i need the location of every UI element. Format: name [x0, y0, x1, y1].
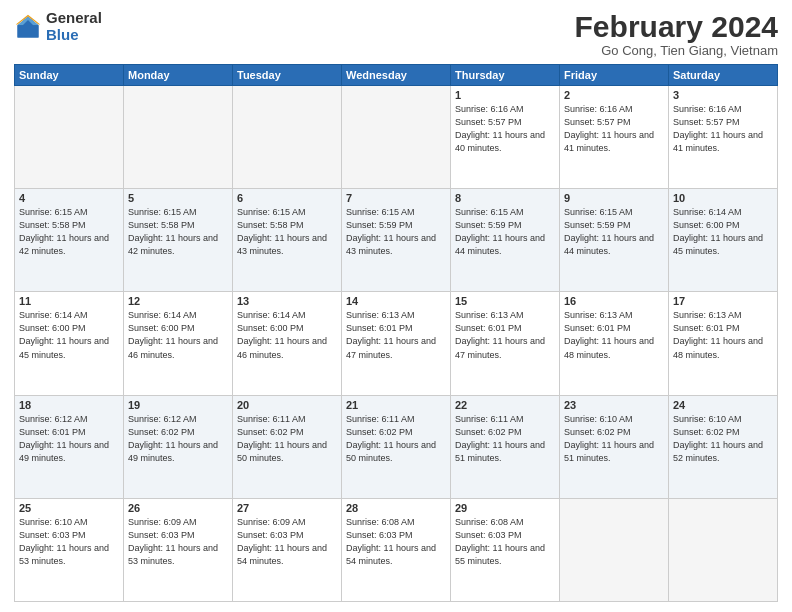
calendar-cell	[560, 498, 669, 601]
day-number: 25	[19, 502, 119, 514]
calendar-cell	[15, 86, 124, 189]
weekday-header-friday: Friday	[560, 65, 669, 86]
calendar-cell: 4Sunrise: 6:15 AMSunset: 5:58 PMDaylight…	[15, 189, 124, 292]
calendar-cell: 27Sunrise: 6:09 AMSunset: 6:03 PMDayligh…	[233, 498, 342, 601]
calendar-cell: 9Sunrise: 6:15 AMSunset: 5:59 PMDaylight…	[560, 189, 669, 292]
day-info: Sunrise: 6:12 AMSunset: 6:01 PMDaylight:…	[19, 413, 119, 465]
day-info: Sunrise: 6:15 AMSunset: 5:58 PMDaylight:…	[128, 206, 228, 258]
day-number: 21	[346, 399, 446, 411]
calendar-cell	[342, 86, 451, 189]
calendar-cell: 26Sunrise: 6:09 AMSunset: 6:03 PMDayligh…	[124, 498, 233, 601]
calendar-cell: 2Sunrise: 6:16 AMSunset: 5:57 PMDaylight…	[560, 86, 669, 189]
day-number: 11	[19, 295, 119, 307]
main-title: February 2024	[575, 10, 778, 43]
day-info: Sunrise: 6:15 AMSunset: 5:58 PMDaylight:…	[19, 206, 119, 258]
calendar-cell: 10Sunrise: 6:14 AMSunset: 6:00 PMDayligh…	[669, 189, 778, 292]
calendar-cell: 23Sunrise: 6:10 AMSunset: 6:02 PMDayligh…	[560, 395, 669, 498]
day-number: 5	[128, 192, 228, 204]
day-info: Sunrise: 6:15 AMSunset: 5:58 PMDaylight:…	[237, 206, 337, 258]
weekday-header-row: SundayMondayTuesdayWednesdayThursdayFrid…	[15, 65, 778, 86]
subtitle: Go Cong, Tien Giang, Vietnam	[575, 43, 778, 58]
day-info: Sunrise: 6:14 AMSunset: 6:00 PMDaylight:…	[237, 309, 337, 361]
day-number: 18	[19, 399, 119, 411]
day-number: 20	[237, 399, 337, 411]
logo-text: General Blue	[46, 10, 102, 43]
calendar-cell	[233, 86, 342, 189]
day-number: 17	[673, 295, 773, 307]
calendar-cell: 24Sunrise: 6:10 AMSunset: 6:02 PMDayligh…	[669, 395, 778, 498]
day-number: 2	[564, 89, 664, 101]
day-number: 16	[564, 295, 664, 307]
day-info: Sunrise: 6:13 AMSunset: 6:01 PMDaylight:…	[564, 309, 664, 361]
calendar-cell: 5Sunrise: 6:15 AMSunset: 5:58 PMDaylight…	[124, 189, 233, 292]
day-info: Sunrise: 6:10 AMSunset: 6:03 PMDaylight:…	[19, 516, 119, 568]
logo-blue-text: Blue	[46, 27, 102, 44]
calendar-cell: 29Sunrise: 6:08 AMSunset: 6:03 PMDayligh…	[451, 498, 560, 601]
calendar-cell: 17Sunrise: 6:13 AMSunset: 6:01 PMDayligh…	[669, 292, 778, 395]
day-info: Sunrise: 6:15 AMSunset: 5:59 PMDaylight:…	[346, 206, 446, 258]
day-number: 14	[346, 295, 446, 307]
calendar-week-row: 18Sunrise: 6:12 AMSunset: 6:01 PMDayligh…	[15, 395, 778, 498]
calendar-cell: 15Sunrise: 6:13 AMSunset: 6:01 PMDayligh…	[451, 292, 560, 395]
day-info: Sunrise: 6:13 AMSunset: 6:01 PMDaylight:…	[455, 309, 555, 361]
day-info: Sunrise: 6:08 AMSunset: 6:03 PMDaylight:…	[455, 516, 555, 568]
page: General Blue February 2024 Go Cong, Tien…	[0, 0, 792, 612]
calendar-cell: 21Sunrise: 6:11 AMSunset: 6:02 PMDayligh…	[342, 395, 451, 498]
svg-rect-2	[18, 25, 39, 37]
day-info: Sunrise: 6:11 AMSunset: 6:02 PMDaylight:…	[237, 413, 337, 465]
day-info: Sunrise: 6:16 AMSunset: 5:57 PMDaylight:…	[673, 103, 773, 155]
calendar-table: SundayMondayTuesdayWednesdayThursdayFrid…	[14, 64, 778, 602]
day-number: 13	[237, 295, 337, 307]
calendar-week-row: 1Sunrise: 6:16 AMSunset: 5:57 PMDaylight…	[15, 86, 778, 189]
calendar-cell: 1Sunrise: 6:16 AMSunset: 5:57 PMDaylight…	[451, 86, 560, 189]
day-number: 8	[455, 192, 555, 204]
calendar-week-row: 11Sunrise: 6:14 AMSunset: 6:00 PMDayligh…	[15, 292, 778, 395]
calendar-cell: 6Sunrise: 6:15 AMSunset: 5:58 PMDaylight…	[233, 189, 342, 292]
calendar-cell: 14Sunrise: 6:13 AMSunset: 6:01 PMDayligh…	[342, 292, 451, 395]
calendar-cell: 20Sunrise: 6:11 AMSunset: 6:02 PMDayligh…	[233, 395, 342, 498]
weekday-header-tuesday: Tuesday	[233, 65, 342, 86]
logo: General Blue	[14, 10, 102, 43]
day-number: 4	[19, 192, 119, 204]
day-info: Sunrise: 6:10 AMSunset: 6:02 PMDaylight:…	[673, 413, 773, 465]
day-number: 28	[346, 502, 446, 514]
day-info: Sunrise: 6:09 AMSunset: 6:03 PMDaylight:…	[237, 516, 337, 568]
day-number: 22	[455, 399, 555, 411]
day-info: Sunrise: 6:13 AMSunset: 6:01 PMDaylight:…	[673, 309, 773, 361]
day-number: 26	[128, 502, 228, 514]
calendar-cell: 3Sunrise: 6:16 AMSunset: 5:57 PMDaylight…	[669, 86, 778, 189]
day-number: 12	[128, 295, 228, 307]
calendar-cell: 22Sunrise: 6:11 AMSunset: 6:02 PMDayligh…	[451, 395, 560, 498]
day-info: Sunrise: 6:14 AMSunset: 6:00 PMDaylight:…	[19, 309, 119, 361]
day-info: Sunrise: 6:12 AMSunset: 6:02 PMDaylight:…	[128, 413, 228, 465]
calendar-cell: 25Sunrise: 6:10 AMSunset: 6:03 PMDayligh…	[15, 498, 124, 601]
day-number: 29	[455, 502, 555, 514]
logo-icon	[14, 13, 42, 41]
header: General Blue February 2024 Go Cong, Tien…	[14, 10, 778, 58]
day-info: Sunrise: 6:15 AMSunset: 5:59 PMDaylight:…	[564, 206, 664, 258]
day-number: 6	[237, 192, 337, 204]
weekday-header-thursday: Thursday	[451, 65, 560, 86]
day-number: 10	[673, 192, 773, 204]
calendar-cell: 12Sunrise: 6:14 AMSunset: 6:00 PMDayligh…	[124, 292, 233, 395]
calendar-cell	[669, 498, 778, 601]
day-number: 24	[673, 399, 773, 411]
day-info: Sunrise: 6:13 AMSunset: 6:01 PMDaylight:…	[346, 309, 446, 361]
day-info: Sunrise: 6:08 AMSunset: 6:03 PMDaylight:…	[346, 516, 446, 568]
logo-general-text: General	[46, 10, 102, 27]
calendar-cell: 7Sunrise: 6:15 AMSunset: 5:59 PMDaylight…	[342, 189, 451, 292]
day-info: Sunrise: 6:09 AMSunset: 6:03 PMDaylight:…	[128, 516, 228, 568]
day-info: Sunrise: 6:10 AMSunset: 6:02 PMDaylight:…	[564, 413, 664, 465]
calendar-cell: 18Sunrise: 6:12 AMSunset: 6:01 PMDayligh…	[15, 395, 124, 498]
title-block: February 2024 Go Cong, Tien Giang, Vietn…	[575, 10, 778, 58]
calendar-cell	[124, 86, 233, 189]
calendar-cell: 13Sunrise: 6:14 AMSunset: 6:00 PMDayligh…	[233, 292, 342, 395]
day-info: Sunrise: 6:16 AMSunset: 5:57 PMDaylight:…	[564, 103, 664, 155]
day-number: 27	[237, 502, 337, 514]
calendar-week-row: 4Sunrise: 6:15 AMSunset: 5:58 PMDaylight…	[15, 189, 778, 292]
day-number: 9	[564, 192, 664, 204]
weekday-header-sunday: Sunday	[15, 65, 124, 86]
day-info: Sunrise: 6:11 AMSunset: 6:02 PMDaylight:…	[455, 413, 555, 465]
day-info: Sunrise: 6:16 AMSunset: 5:57 PMDaylight:…	[455, 103, 555, 155]
calendar-cell: 11Sunrise: 6:14 AMSunset: 6:00 PMDayligh…	[15, 292, 124, 395]
